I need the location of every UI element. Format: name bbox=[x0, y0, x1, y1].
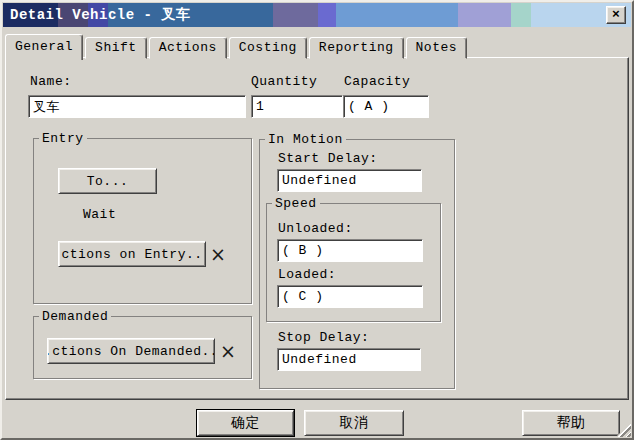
ok-button[interactable]: 确定 bbox=[197, 410, 294, 436]
tab-actions[interactable]: Actions bbox=[149, 37, 227, 59]
capacity-label: Capacity bbox=[344, 74, 410, 89]
tab-notes[interactable]: Notes bbox=[406, 37, 468, 59]
name-input[interactable] bbox=[28, 95, 246, 118]
to-button[interactable]: To... bbox=[58, 168, 157, 194]
general-tab-page: Name: Quantity Capacity Entry To... Wait… bbox=[5, 57, 629, 400]
titlebar: Detail Vehicle - 叉车 × bbox=[3, 3, 631, 27]
loaded-speed-input[interactable] bbox=[277, 285, 423, 308]
demanded-group-title: Demanded bbox=[39, 309, 111, 324]
wait-label: Wait bbox=[83, 207, 116, 222]
entry-group-title: Entry bbox=[39, 131, 87, 146]
tab-general[interactable]: General bbox=[5, 34, 83, 60]
unloaded-speed-input[interactable] bbox=[277, 239, 423, 262]
close-icon[interactable]: × bbox=[606, 6, 626, 24]
in-motion-group: In Motion Start Delay: Speed Unloaded: L… bbox=[259, 139, 455, 389]
quantity-input[interactable] bbox=[251, 95, 343, 118]
unloaded-label: Unloaded: bbox=[278, 221, 353, 236]
name-label: Name: bbox=[30, 74, 72, 89]
entry-group: Entry To... Wait .ctions on Entry... × bbox=[33, 138, 252, 304]
detail-vehicle-dialog: Detail Vehicle - 叉车 × General Shift Acti… bbox=[0, 0, 634, 440]
start-delay-input[interactable] bbox=[277, 169, 422, 192]
tab-costing[interactable]: Costing bbox=[229, 37, 307, 59]
entry-cross-icon: × bbox=[210, 245, 226, 264]
demanded-group: Demanded .ctions On Demanded.. × bbox=[33, 316, 252, 379]
stop-delay-input[interactable] bbox=[277, 348, 421, 371]
window-title: Detail Vehicle - 叉车 bbox=[3, 6, 190, 24]
in-motion-group-title: In Motion bbox=[265, 132, 346, 147]
quantity-label: Quantity bbox=[251, 74, 317, 89]
help-button[interactable]: 帮助 bbox=[522, 410, 620, 436]
tab-reporting[interactable]: Reporting bbox=[309, 37, 404, 59]
tab-shift[interactable]: Shift bbox=[85, 37, 147, 59]
loaded-label: Loaded: bbox=[278, 267, 336, 282]
actions-on-entry-button[interactable]: .ctions on Entry... bbox=[58, 241, 206, 267]
actions-on-demanded-button[interactable]: .ctions On Demanded.. bbox=[47, 338, 215, 364]
speed-group: Speed Unloaded: Loaded: bbox=[266, 203, 441, 322]
cancel-button[interactable]: 取消 bbox=[304, 410, 404, 436]
start-delay-label: Start Delay: bbox=[278, 151, 378, 166]
capacity-input[interactable] bbox=[343, 95, 429, 118]
speed-group-title: Speed bbox=[272, 196, 320, 211]
demanded-cross-icon: × bbox=[220, 342, 236, 361]
stop-delay-label: Stop Delay: bbox=[278, 330, 369, 345]
tab-strip: General Shift Actions Costing Reporting … bbox=[5, 33, 469, 59]
